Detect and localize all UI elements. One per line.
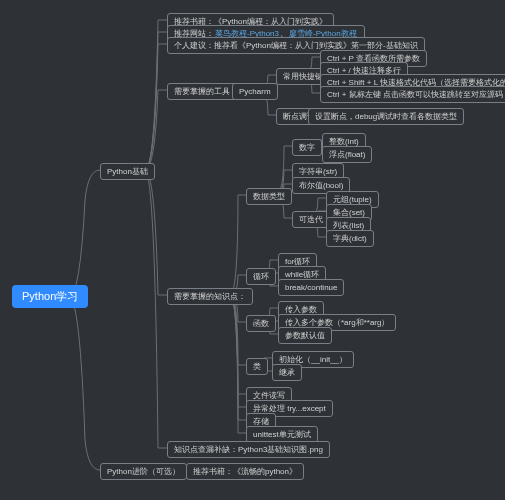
node-bc[interactable]: break/continue	[278, 279, 344, 296]
node-debug-text[interactable]: 设置断点，debug调试时查看各数据类型	[308, 108, 464, 125]
node-float[interactable]: 浮点(float)	[322, 146, 372, 163]
node-adv-book[interactable]: 推荐书籍：《流畅的python》	[186, 463, 304, 480]
node-cls[interactable]: 类	[246, 358, 268, 375]
node-sc-d[interactable]: Ctrl + 鼠标左键 点击函数可以快速跳转至对应源码	[320, 86, 505, 103]
node-loop[interactable]: 循环	[246, 268, 276, 285]
node-cls-b[interactable]: 继承	[272, 364, 302, 381]
node-python-base[interactable]: Python基础	[100, 163, 155, 180]
node-iter[interactable]: 可迭代	[292, 211, 330, 228]
root-node[interactable]: Python学习	[12, 285, 88, 308]
node-dict[interactable]: 字典(dict)	[326, 230, 374, 247]
node-func-c[interactable]: 参数默认值	[278, 327, 332, 344]
node-pycharm[interactable]: Pycharm	[232, 83, 278, 100]
node-know[interactable]: 需要掌握的知识点：	[167, 288, 253, 305]
node-extra[interactable]: 知识点查漏补缺：Python3基础知识图.png	[167, 441, 330, 458]
node-func[interactable]: 函数	[246, 315, 276, 332]
node-num[interactable]: 数字	[292, 139, 322, 156]
node-dtype[interactable]: 数据类型	[246, 188, 292, 205]
node-python-adv[interactable]: Python进阶（可选）	[100, 463, 187, 480]
